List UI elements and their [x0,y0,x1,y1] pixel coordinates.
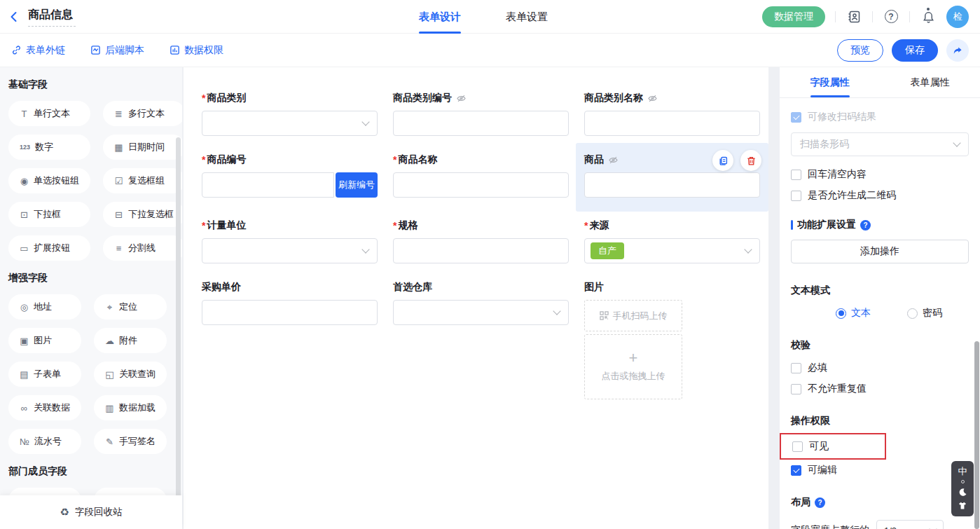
query-icon: ◱ [105,370,114,379]
category-name-input[interactable] [584,111,760,136]
option-required[interactable]: 必填 [791,362,969,374]
field-image[interactable]: 图片 手机扫码上传 + 点击或拖拽上传 [584,280,760,399]
sidebar-scrollbar[interactable] [176,137,181,529]
shirt-theme-icon[interactable] [958,501,967,510]
field-category-code[interactable]: 商品类别编号 [393,91,569,136]
checkbox-unchecked[interactable] [791,191,801,201]
contacts-book-glyph [847,10,861,24]
field-warehouse[interactable]: 首选仓库 [393,280,569,325]
option-editable-scan-result[interactable]: 可修改扫码结果 [791,111,969,123]
unit-select[interactable] [202,238,378,263]
tab-form-design[interactable]: 表单设计 [419,0,461,34]
field-recycle-bin[interactable]: ♻ 字段回收站 [0,495,182,529]
checkbox-checked-disabled[interactable] [791,112,801,123]
field-product-name[interactable]: *商品名称 [393,153,569,198]
radio-password-mode[interactable]: 密码 [907,307,942,320]
checkbox-unchecked[interactable] [791,363,801,373]
moon-icon[interactable] [958,488,967,497]
sidebar-item-data-load[interactable]: ▥数据加载 [94,395,167,420]
language-toggle[interactable]: 中 [958,467,967,476]
back-button[interactable] [0,0,28,34]
help-icon[interactable]: ? [860,220,871,231]
sidebar-item-address[interactable]: ◎地址 [8,294,81,320]
tab-form-settings[interactable]: 表单设置 [506,0,548,34]
field-source[interactable]: *来源 自产 [584,219,760,263]
divider-icon: ≡ [114,244,123,253]
sidebar-item-location[interactable]: ⌖定位 [94,294,167,320]
sidebar-item-attachment[interactable]: ☁附件 [94,328,167,353]
radio-text-mode[interactable]: 文本 [836,307,871,320]
sidebar-item-extend-button[interactable]: ▭扩展按钮 [8,235,90,261]
page-title[interactable]: 商品信息 [28,6,76,27]
backend-script-link[interactable]: 后端脚本 [90,44,144,57]
sidebar-item-checkbox-group[interactable]: ☑复选框组 [103,168,182,193]
delete-field-button[interactable] [740,150,761,171]
sidebar-item-relation-data[interactable]: ∞关联数据 [8,395,81,420]
sidebar-item-serial-number[interactable]: №流水号 [8,429,81,454]
add-action-button[interactable]: 添加操作 [791,240,969,263]
option-allow-qrcode[interactable]: 是否允许生成二维码 [791,189,969,202]
preview-button[interactable]: 预览 [837,39,883,62]
notification-bell-icon[interactable] [920,8,937,25]
sidebar-item-single-text[interactable]: T单行文本 [8,101,90,126]
copy-field-button[interactable] [712,150,733,171]
checkbox-unchecked[interactable] [791,170,801,180]
sidebar-item-dropdown[interactable]: ⊡下拉框 [8,202,90,227]
field-width-select[interactable]: 1/3 [876,520,944,529]
tab-form-properties[interactable]: 表单属性 [880,67,980,97]
refresh-code-button[interactable]: 刷新编号 [336,172,378,198]
user-avatar[interactable]: 检 [946,6,969,28]
sidebar-item-radio-group[interactable]: ◉单选按钮组 [8,168,90,193]
category-select[interactable] [202,111,378,136]
field-category[interactable]: *商品类别 [202,91,378,136]
sidebar-item-signature[interactable]: ✎手写签名 [94,429,167,454]
option-enter-clear[interactable]: 回车清空内容 [791,168,969,181]
share-button[interactable] [946,39,969,62]
field-category-name[interactable]: 商品类别名称 [584,91,760,136]
help-icon[interactable]: ? [883,8,899,25]
scan-upload-label: 手机扫码上传 [613,310,668,322]
checkbox-unchecked[interactable] [792,441,803,452]
field-product-selected[interactable]: 商品 [576,143,768,212]
qr-code-icon [600,311,609,320]
checkbox-checked[interactable] [791,465,801,476]
field-product-code[interactable]: *商品编号 刷新编号 [202,153,378,198]
tab-field-properties[interactable]: 字段属性 [780,67,880,97]
product-name-input[interactable] [393,172,569,198]
field-spec[interactable]: *规格 [393,219,569,263]
data-manage-button[interactable]: 数据管理 [762,6,825,27]
purchase-price-input[interactable] [202,300,378,325]
validation-title: 校验 [791,339,969,352]
save-button[interactable]: 保存 [892,39,938,62]
source-select[interactable]: 自产 [584,238,760,263]
field-purchase-price[interactable]: 采购单价 [202,280,378,325]
data-permission-link[interactable]: 数据权限 [170,44,223,57]
product-code-input[interactable] [202,172,334,198]
category-code-input[interactable] [393,111,569,136]
option-visible[interactable]: 可见 [792,440,878,453]
sidebar-item-multi-text[interactable]: ≣多行文本 [103,101,182,126]
eye-off-icon [608,155,619,165]
product-input[interactable] [584,172,760,198]
option-editable[interactable]: 可编辑 [791,464,969,476]
help-icon[interactable]: ? [815,497,825,508]
spec-input[interactable] [393,238,569,263]
form-external-link[interactable]: 表单外链 [11,44,65,57]
sidebar-item-divider[interactable]: ≡分割线 [103,235,182,261]
scan-upload-button[interactable]: 手机扫码上传 [584,300,682,331]
sidebar-item-datetime[interactable]: ▦日期时间 [103,135,182,160]
option-label: 不允许重复值 [808,383,867,395]
sidebar-item-image[interactable]: ▣图片 [8,328,81,353]
scan-barcode-select[interactable]: 扫描条形码 [791,132,969,156]
sidebar-item-relation-query[interactable]: ◱关联查询 [94,362,167,387]
field-unit[interactable]: *计量单位 [202,219,378,263]
option-no-duplicate[interactable]: 不允许重复值 [791,383,969,395]
sidebar-item-multi-dropdown[interactable]: ⊟下拉复选框 [103,202,182,227]
checkbox-unchecked[interactable] [791,384,801,394]
warehouse-select[interactable] [393,300,569,325]
sidebar-item-subform[interactable]: ▤子表单 [8,362,81,387]
drop-upload-area[interactable]: + 点击或拖拽上传 [584,334,682,399]
page-scrollbar[interactable] [974,341,979,529]
sidebar-item-number[interactable]: 123数字 [8,135,90,160]
contacts-book-icon[interactable] [846,8,862,25]
